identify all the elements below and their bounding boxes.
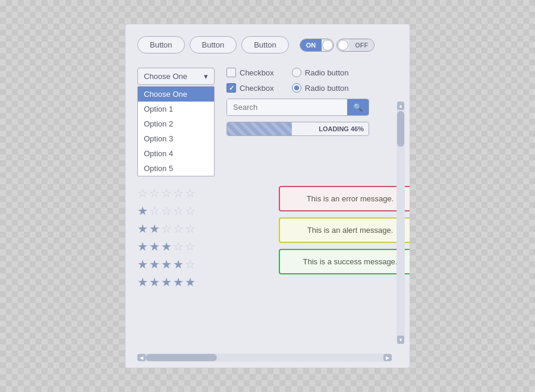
dropdown-item-1[interactable]: Option 1 <box>138 102 214 116</box>
toggle-on[interactable]: ON <box>300 39 335 52</box>
star[interactable]: ★ <box>161 239 172 254</box>
checkbox-2-box[interactable] <box>226 83 236 93</box>
progress-section: LOADING 46% <box>226 122 398 136</box>
star[interactable]: ☆ <box>185 239 196 254</box>
checkbox-row-2: Checkbox Radio button <box>226 83 398 93</box>
radio-2[interactable]: Radio button <box>292 83 349 93</box>
star[interactable]: ☆ <box>173 239 184 254</box>
star[interactable]: ★ <box>137 257 148 271</box>
radio-1-label: Radio button <box>305 68 349 77</box>
star[interactable]: ☆ <box>161 204 172 218</box>
dropdown-trigger[interactable]: Choose One ▾ <box>137 68 215 85</box>
buttons-row: Button Button Button ON OFF <box>137 36 398 53</box>
checks-radios: Checkbox Radio button Checkbox Radio but… <box>226 68 398 176</box>
dropdown-menu: Choose One Option 1 Option 2 Option 3 Op… <box>137 86 215 176</box>
scrollbar-thumb[interactable] <box>397 111 404 147</box>
dropdown-section: Choose One ▾ Choose One Option 1 Option … <box>137 68 215 176</box>
checkbox-1-label: Checkbox <box>240 68 274 77</box>
h-scrollbar-arrow-right[interactable]: ▶ <box>383 354 392 361</box>
progress-bar: LOADING 46% <box>226 122 369 136</box>
button-3[interactable]: Button <box>241 36 289 53</box>
error-message: This is an error message. <box>279 186 410 211</box>
h-scrollbar-arrow-left[interactable]: ◀ <box>137 354 146 361</box>
star[interactable]: ☆ <box>161 186 172 200</box>
star[interactable]: ☆ <box>185 186 196 200</box>
main-panel: Button Button Button ON OFF Choose One ▾… <box>125 24 410 368</box>
star[interactable]: ☆ <box>161 222 172 236</box>
success-message: This is a success message. <box>279 249 410 274</box>
star-row-5: ★ ★ ★ ★ ★ <box>137 275 196 289</box>
dropdown-item-0[interactable]: Choose One <box>138 87 214 102</box>
scrollbar-arrow-up[interactable]: ▲ <box>397 102 404 110</box>
star-row-2: ★ ★ ☆ ☆ ☆ <box>137 222 196 236</box>
dropdown-item-3[interactable]: Option 3 <box>138 131 214 146</box>
scrollbar-arrow-down[interactable]: ▼ <box>397 336 404 344</box>
radio-1[interactable]: Radio button <box>292 68 349 77</box>
radio-2-label: Radio button <box>305 84 349 93</box>
scrollbar-track: ▲ ▼ <box>396 102 405 344</box>
star[interactable]: ★ <box>137 204 148 218</box>
star[interactable]: ★ <box>185 275 196 289</box>
star[interactable]: ☆ <box>185 204 196 218</box>
star[interactable]: ★ <box>149 275 160 289</box>
toggle-group: ON OFF <box>300 39 375 52</box>
star[interactable]: ★ <box>149 239 160 254</box>
alert-message: This is an alert message. <box>279 217 410 243</box>
star[interactable]: ★ <box>137 239 148 254</box>
star[interactable]: ☆ <box>149 204 160 218</box>
dropdown-item-4[interactable]: Option 4 <box>138 146 214 161</box>
checkbox-2[interactable]: Checkbox <box>226 83 274 93</box>
star[interactable]: ★ <box>137 275 148 289</box>
star-row-0: ☆ ☆ ☆ ☆ ☆ <box>137 186 196 200</box>
dropdown-item-5[interactable]: Option 5 <box>138 161 214 176</box>
radio-2-circle[interactable] <box>292 83 301 93</box>
lower-content: ☆ ☆ ☆ ☆ ☆ ★ ☆ ☆ ☆ ☆ ★ ★ ☆ ☆ ☆ <box>137 186 398 302</box>
star-row-3: ★ ★ ★ ☆ ☆ <box>137 239 196 254</box>
button-2[interactable]: Button <box>190 36 237 53</box>
search-input[interactable] <box>227 99 347 115</box>
star[interactable]: ☆ <box>173 222 184 236</box>
checkbox-row-1: Checkbox Radio button <box>226 68 398 77</box>
star[interactable]: ☆ <box>137 186 148 200</box>
dropdown-item-2[interactable]: Option 2 <box>138 116 214 131</box>
star[interactable]: ☆ <box>173 204 184 218</box>
search-bar: 🔍 <box>226 99 369 116</box>
star[interactable]: ★ <box>149 222 160 236</box>
h-scrollbar: ◀ ▶ <box>137 353 392 362</box>
stars-section: ☆ ☆ ☆ ☆ ☆ ★ ☆ ☆ ☆ ☆ ★ ★ ☆ ☆ ☆ <box>137 186 196 293</box>
checkbox-1-box[interactable] <box>226 68 236 77</box>
progress-fill <box>227 122 292 135</box>
star[interactable]: ☆ <box>173 186 184 200</box>
h-scrollbar-thumb[interactable] <box>146 354 217 361</box>
radio-1-circle[interactable] <box>292 68 301 77</box>
star[interactable]: ☆ <box>185 257 196 271</box>
button-1[interactable]: Button <box>137 36 185 53</box>
star-row-1: ★ ☆ ☆ ☆ ☆ <box>137 204 196 218</box>
star[interactable]: ☆ <box>185 222 196 236</box>
content-row: Choose One ▾ Choose One Option 1 Option … <box>137 68 398 176</box>
star[interactable]: ★ <box>161 257 172 271</box>
star[interactable]: ★ <box>137 222 148 236</box>
star[interactable]: ★ <box>173 275 184 289</box>
star-row-4: ★ ★ ★ ★ ☆ <box>137 257 196 271</box>
checkbox-1[interactable]: Checkbox <box>226 68 274 77</box>
toggle-off[interactable]: OFF <box>336 39 374 52</box>
star[interactable]: ★ <box>161 275 172 289</box>
star[interactable]: ☆ <box>149 186 160 200</box>
checkbox-2-label: Checkbox <box>240 84 274 93</box>
progress-label: LOADING 46% <box>319 125 364 132</box>
star[interactable]: ★ <box>149 257 160 271</box>
search-button[interactable]: 🔍 <box>347 99 369 115</box>
star[interactable]: ★ <box>173 257 184 271</box>
messages-section: This is an error message. This is an ale… <box>279 186 410 302</box>
